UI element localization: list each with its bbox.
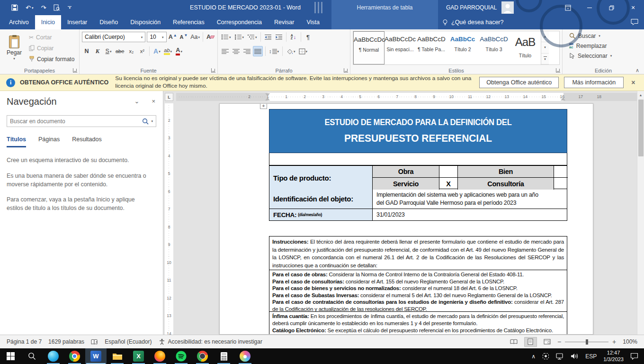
file-explorer-icon[interactable] (107, 348, 128, 364)
notes-section[interactable]: Ínfima cuantía: En los procedimientos de… (269, 312, 567, 335)
word-count[interactable]: 1629 palabras (48, 338, 84, 345)
chrome-icon[interactable] (64, 348, 85, 364)
start-button[interactable] (0, 348, 21, 364)
superscript-button[interactable]: x² (137, 46, 147, 56)
change-case-button[interactable]: Aa▾ (190, 32, 200, 42)
clipboard-dialog-launcher[interactable] (73, 68, 77, 73)
right-indent-marker[interactable] (561, 98, 565, 100)
firefox-icon[interactable] (149, 348, 170, 364)
italic-button[interactable]: K (93, 46, 102, 56)
minimize-button[interactable] (579, 0, 600, 15)
align-right-button[interactable] (242, 46, 251, 56)
bold-button[interactable]: N (82, 46, 91, 56)
font-dialog-launcher[interactable] (211, 68, 215, 73)
zoom-out-icon[interactable]: − (557, 338, 561, 346)
case-line[interactable]: Para el caso de bienes y servicios no no… (272, 285, 564, 292)
align-left-button[interactable] (220, 46, 230, 56)
style-titulo-2[interactable]: AaBbCcTítulo 2 (447, 31, 478, 64)
select-button[interactable]: Seleccionar▾ (569, 51, 642, 61)
font-size-combo[interactable]: 10▾ (147, 32, 166, 42)
hanging-indent-marker[interactable] (265, 98, 270, 100)
collapse-ribbon-icon[interactable]: ∧ (635, 67, 639, 73)
edge-icon[interactable] (43, 348, 64, 364)
styles-more-icon[interactable]: ▾ (541, 54, 549, 64)
tab-disposicion[interactable]: Disposición (124, 15, 167, 29)
show-paragraph-marks-button[interactable]: ¶ (304, 32, 313, 42)
volume-icon[interactable] (571, 353, 579, 359)
nav-tab-resultados[interactable]: Resultados (72, 136, 102, 147)
object-value-cell[interactable]: Implementación del sistema web y aplicac… (373, 189, 568, 209)
avatar[interactable] (501, 1, 514, 14)
clear-formatting-button[interactable]: A (206, 32, 215, 42)
zoom-level[interactable]: 100% (623, 338, 637, 345)
close-button[interactable]: × (622, 0, 644, 15)
object-label-cell[interactable]: Identificación del objeto: (269, 189, 373, 209)
restore-button[interactable] (600, 0, 622, 15)
style-titulo-3[interactable]: AaBbCcDTítulo 3 (478, 31, 510, 64)
account-name[interactable]: GAD PARROQUIAL (446, 4, 497, 11)
taskbar-search-button[interactable] (21, 348, 43, 364)
search-options-caret[interactable]: ▾ (151, 119, 153, 123)
ribbon-display-options-icon[interactable] (557, 0, 579, 15)
vertical-ruler[interactable]: 234567891011121314 (165, 103, 173, 335)
bullets-button[interactable]: ▾ (220, 32, 232, 42)
web-layout-icon[interactable] (541, 337, 554, 347)
tray-expand-chevron[interactable]: ∧ (531, 353, 536, 360)
text-effects-button[interactable]: A▾ (152, 46, 161, 56)
get-genuine-office-button[interactable]: Obtenga Office auténtico (479, 77, 559, 88)
redo-icon[interactable]: ↷ (41, 4, 46, 11)
note-line[interactable]: Catálogo Electrónico: Se exceptúa el cál… (272, 327, 564, 334)
subscript-button[interactable]: x₂ (126, 46, 136, 56)
zoom-slider-thumb[interactable] (586, 339, 588, 345)
nav-pane-options-icon[interactable]: ⌄ (134, 98, 140, 105)
increase-indent-button[interactable] (274, 32, 284, 42)
paint-icon[interactable] (234, 348, 256, 364)
case-line[interactable]: Para el caso de Subastas Inversas: consi… (272, 292, 564, 299)
tab-referencias[interactable]: Referencias (167, 15, 211, 29)
document-page[interactable]: + ESTUDIO DE MERCADO PARA LA DEFINICIÓN … (219, 103, 593, 335)
network-icon[interactable] (556, 353, 564, 360)
tab-insertar[interactable]: Insertar (61, 15, 93, 29)
style-sin-espaciado[interactable]: AaBbCcDcSin espaci... (385, 31, 416, 64)
style-normal[interactable]: AaBbCcDc¶ Normal (353, 31, 385, 64)
instructions-section[interactable]: Instrucciones: El técnico del área requi… (269, 237, 567, 270)
style-titulo[interactable]: AaBTítulo (510, 31, 541, 64)
justify-button[interactable] (253, 46, 263, 56)
document-search-box[interactable]: ▾ (7, 115, 156, 127)
align-center-button[interactable] (231, 46, 241, 56)
tab-selector[interactable]: L (165, 93, 173, 101)
read-mode-icon[interactable] (508, 337, 520, 347)
cases-section[interactable]: Para el caso de obras: Considerar la Nor… (269, 270, 567, 312)
consultoria-cell[interactable]: Consultoría (458, 178, 554, 190)
servicio-cell[interactable]: Servicio (373, 178, 439, 190)
copy-button[interactable]: Copiar (29, 43, 77, 54)
table-empty-row[interactable] (269, 153, 567, 165)
highlight-color-button[interactable]: ab▾ (163, 46, 173, 56)
nav-tab-titulos[interactable]: Títulos (7, 136, 26, 147)
shrink-font-button[interactable]: A▼ (179, 32, 188, 42)
borders-button[interactable]: ▾ (298, 46, 309, 56)
accessibility-status[interactable]: Accesibilidad: es necesario investigar (168, 338, 262, 345)
nav-pane-close-icon[interactable]: × (152, 98, 155, 105)
more-info-button[interactable]: Más información (564, 77, 624, 88)
tab-correspondencia[interactable]: Correspondencia (211, 15, 268, 29)
obra-check-cell[interactable] (439, 166, 458, 178)
scrollbar-thumb[interactable] (638, 100, 644, 156)
feedback-icon[interactable] (631, 18, 638, 25)
tab-archivo[interactable]: Archivo (3, 15, 35, 29)
zoom-slider[interactable] (565, 342, 608, 342)
strikethrough-button[interactable]: abe (115, 46, 125, 56)
table-move-handle[interactable]: + (260, 103, 267, 109)
search-icon[interactable] (142, 118, 149, 125)
case-line[interactable]: Para el caso de contratación de consulto… (272, 299, 564, 312)
calculator-icon[interactable] (213, 348, 234, 364)
date-value-cell[interactable]: 31/01/2023 (373, 209, 568, 220)
underline-button[interactable]: S▾ (104, 46, 113, 56)
paragraph-dialog-launcher[interactable] (344, 68, 348, 73)
product-type-label-cell[interactable]: Tipo de producto: (269, 166, 373, 190)
multilevel-list-button[interactable]: ▾ (246, 32, 258, 42)
line-spacing-button[interactable]: ↕ ▾ (268, 46, 280, 56)
tell-me-box[interactable]: ¿Qué desea hacer? (442, 15, 504, 29)
tab-inicio[interactable]: Inicio (35, 15, 61, 29)
zoom-in-icon[interactable]: + (612, 338, 616, 346)
